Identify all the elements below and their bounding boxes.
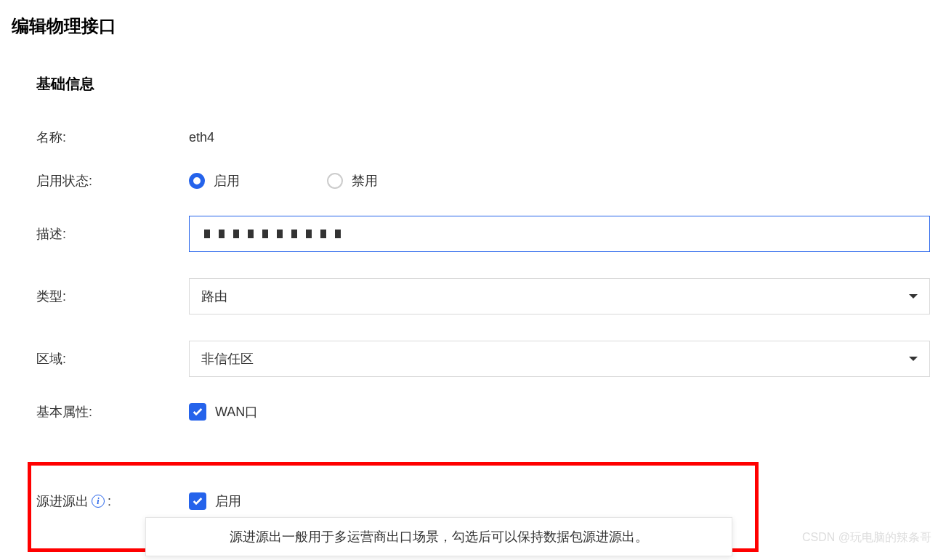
label-enable-state: 启用状态: xyxy=(36,172,189,190)
description-input[interactable] xyxy=(189,216,930,252)
watermark: CSDN @玩电脑的辣条哥 xyxy=(802,530,931,545)
row-name: 名称: eth4 xyxy=(0,115,946,159)
type-select-value: 路由 xyxy=(201,288,227,305)
check-icon xyxy=(192,406,203,418)
radio-disable-label: 禁用 xyxy=(352,172,378,190)
radio-enable-label: 启用 xyxy=(214,172,240,190)
page-title: 编辑物理接口 xyxy=(0,0,946,38)
chevron-down-icon xyxy=(909,357,918,361)
type-select[interactable]: 路由 xyxy=(189,278,930,315)
row-zone: 区域: 非信任区 xyxy=(0,328,946,390)
label-basic-attr: 基本属性: xyxy=(36,403,189,421)
row-enable-state: 启用状态: 启用 禁用 xyxy=(0,159,946,203)
source-enable-checkbox[interactable] xyxy=(189,492,206,510)
row-description: 描述: xyxy=(0,203,946,265)
label-zone: 区域: xyxy=(36,350,189,368)
label-source-in-out: 源进源出 i : xyxy=(36,492,189,510)
info-icon[interactable]: i xyxy=(92,495,105,508)
value-name: eth4 xyxy=(189,130,214,145)
row-source-in-out: 源进源出 i : 启用 xyxy=(0,479,946,523)
radio-enable[interactable]: 启用 xyxy=(189,172,240,190)
label-name: 名称: xyxy=(36,129,189,146)
tooltip-source-in-out: 源进源出一般用于多运营商出口场景，勾选后可以保持数据包源进源出。 xyxy=(145,517,732,556)
label-type: 类型: xyxy=(36,288,189,305)
row-basic-attr: 基本属性: WAN口 xyxy=(0,390,946,434)
radio-disable[interactable]: 禁用 xyxy=(327,172,378,190)
check-icon xyxy=(192,495,203,507)
zone-select-value: 非信任区 xyxy=(201,350,254,368)
chevron-down-icon xyxy=(909,294,918,299)
radio-circle-icon xyxy=(189,173,205,189)
radio-circle-icon xyxy=(327,173,343,189)
section-title: 基础信息 xyxy=(0,38,946,115)
row-type: 类型: 路由 xyxy=(0,265,946,328)
label-description: 描述: xyxy=(36,225,189,243)
zone-select[interactable]: 非信任区 xyxy=(189,341,930,377)
source-enable-label: 启用 xyxy=(215,492,241,510)
wan-checkbox[interactable] xyxy=(189,403,206,421)
wan-checkbox-label: WAN口 xyxy=(215,403,258,421)
